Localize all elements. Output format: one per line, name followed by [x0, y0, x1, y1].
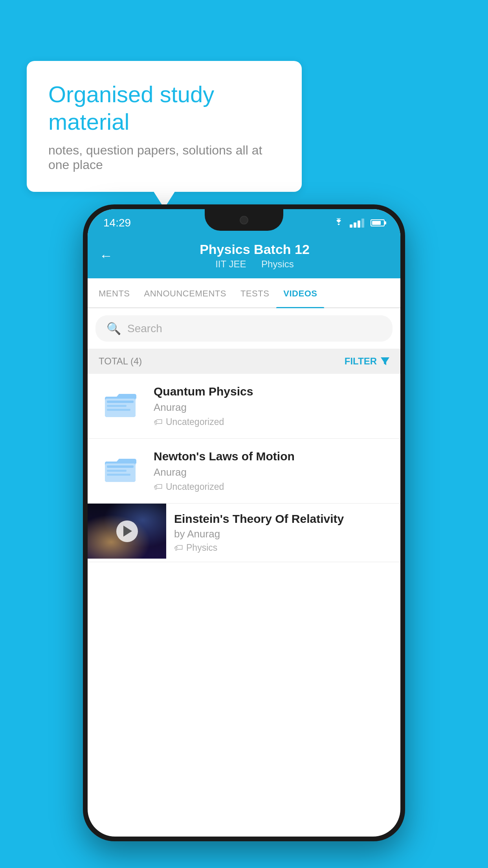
video-author-2: Anurag [154, 466, 391, 478]
header-subtitle: IIT JEE Physics [121, 259, 389, 270]
speech-bubble-title: Organised study material [48, 81, 280, 135]
signal-icon [350, 219, 364, 228]
list-item[interactable]: Newton's Laws of Motion Anurag 🏷 Uncateg… [88, 439, 400, 504]
phone-notch [205, 209, 283, 231]
filter-icon [381, 357, 389, 365]
video-thumbnail-3 [88, 504, 166, 559]
filter-bar: TOTAL (4) FILTER [88, 349, 400, 374]
video-title-2: Newton's Laws of Motion [154, 450, 391, 463]
video-list: Quantum Physics Anurag 🏷 Uncategorized [88, 374, 400, 562]
video-info-3: Einstein's Theory Of Relativity by Anura… [166, 504, 400, 562]
battery-icon [371, 219, 385, 226]
header-subtitle-part1: IIT JEE [215, 259, 246, 269]
list-item[interactable]: Einstein's Theory Of Relativity by Anura… [88, 504, 400, 562]
play-button[interactable] [116, 520, 138, 542]
wifi-icon [332, 218, 345, 228]
video-title-1: Quantum Physics [154, 385, 391, 398]
video-folder-thumb-2 [97, 450, 144, 489]
search-container: 🔍 Search [88, 308, 400, 349]
tab-ments[interactable]: MENTS [92, 278, 137, 307]
svg-rect-8 [107, 465, 134, 468]
header-title: Physics Batch 12 [121, 242, 389, 257]
filter-button[interactable]: FILTER [345, 356, 389, 367]
video-info-1: Quantum Physics Anurag 🏷 Uncategorized [154, 385, 391, 427]
speech-bubble: Organised study material notes, question… [27, 61, 302, 192]
speech-bubble-container: Organised study material notes, question… [27, 61, 302, 192]
svg-rect-3 [107, 401, 134, 403]
status-time: 14:29 [103, 217, 131, 229]
phone-screen: 14:29 [88, 209, 400, 837]
svg-rect-10 [107, 474, 130, 476]
speech-bubble-subtitle: notes, question papers, solutions all at… [48, 143, 280, 172]
phone-mockup: 14:29 [83, 204, 405, 841]
video-info-2: Newton's Laws of Motion Anurag 🏷 Uncateg… [154, 450, 391, 492]
tag-icon: 🏷 [174, 542, 183, 553]
status-icons [332, 218, 385, 228]
header-title-block: Physics Batch 12 IIT JEE Physics [121, 242, 389, 270]
filter-label: FILTER [345, 356, 377, 367]
list-item[interactable]: Quantum Physics Anurag 🏷 Uncategorized [88, 374, 400, 439]
header-subtitle-part2: Physics [261, 259, 294, 269]
svg-rect-9 [107, 470, 127, 472]
video-title-3: Einstein's Theory Of Relativity [174, 512, 393, 526]
tab-videos[interactable]: VIDEOS [276, 278, 324, 307]
svg-marker-0 [381, 357, 389, 365]
folder-icon [105, 391, 136, 418]
svg-rect-5 [107, 409, 130, 411]
tabs-bar: MENTS ANNOUNCEMENTS TESTS VIDEOS [88, 278, 400, 308]
tab-tests[interactable]: TESTS [233, 278, 276, 307]
svg-rect-4 [107, 405, 127, 407]
front-camera [240, 216, 248, 224]
video-author-1: Anurag [154, 401, 391, 414]
search-icon: 🔍 [106, 322, 121, 335]
total-count: TOTAL (4) [99, 356, 142, 367]
folder-icon [105, 456, 136, 483]
video-tag-1: 🏷 Uncategorized [154, 417, 391, 427]
tag-icon: 🏷 [154, 482, 163, 492]
search-bar[interactable]: 🔍 Search [95, 315, 393, 342]
video-folder-thumb-1 [97, 385, 144, 424]
tab-announcements[interactable]: ANNOUNCEMENTS [137, 278, 233, 307]
search-input[interactable]: Search [127, 322, 162, 335]
video-author-3: by Anurag [174, 528, 393, 540]
back-button[interactable]: ← [99, 248, 113, 263]
video-tag-3: 🏷 Physics [174, 542, 393, 553]
app-header: ← Physics Batch 12 IIT JEE Physics [88, 235, 400, 278]
phone-outer: 14:29 [83, 204, 405, 841]
tag-icon: 🏷 [154, 417, 163, 427]
video-tag-2: 🏷 Uncategorized [154, 482, 391, 492]
play-icon [123, 526, 132, 537]
